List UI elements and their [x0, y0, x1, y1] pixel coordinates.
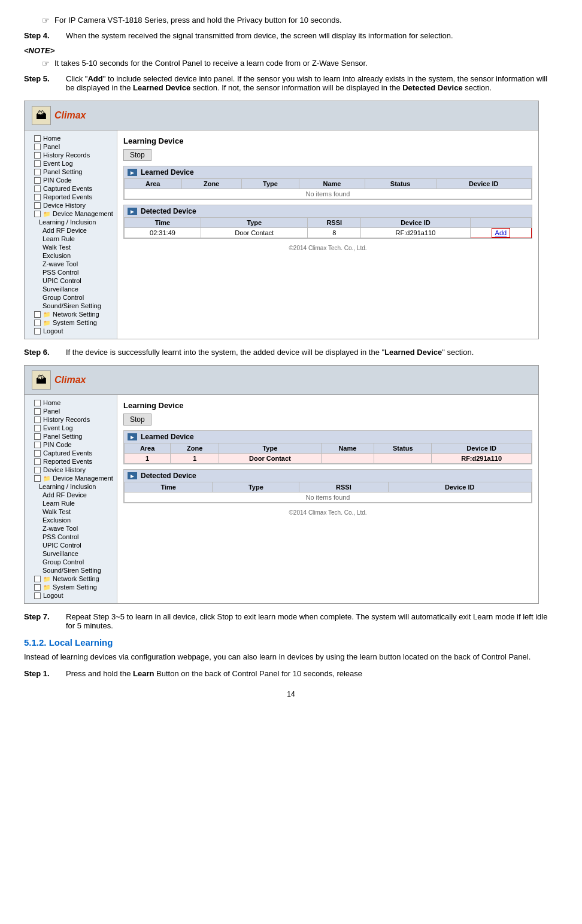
sidebar-item-10[interactable]: Learning / Inclusion — [25, 218, 117, 226]
sidebar-checkbox-8 — [34, 467, 41, 473]
sidebar-item-8[interactable]: Device History — [25, 466, 117, 474]
sidebar-checkbox-23 — [34, 592, 41, 599]
panel-screenshot-2: 🏔 Climax HomePanelHistory RecordsEvent L… — [24, 365, 539, 604]
sidebar-item-3[interactable]: Event Log — [25, 159, 117, 168]
sidebar-item-18[interactable]: Surveillance — [25, 549, 117, 558]
sidebar-item-15[interactable]: Z-wave Tool — [25, 524, 117, 533]
sidebar-checkbox-22 — [34, 320, 41, 326]
sidebar-label-6: Captured Events — [43, 449, 92, 457]
local-learning-heading: 5.1.2. Local Learning — [24, 637, 558, 648]
logo-text-1: Climax — [54, 110, 86, 121]
sidebar-label-5: PIN Code — [43, 441, 72, 448]
sidebar-item-11[interactable]: Add RF Device — [25, 491, 117, 499]
learned-device-label-2: Learned Device — [141, 433, 194, 441]
sidebar-item-11[interactable]: Add RF Device — [25, 226, 117, 235]
note-bullet-icon: ☞ — [42, 59, 50, 68]
sidebar-checkbox-4 — [34, 169, 41, 175]
sidebar-item-14[interactable]: Exclusion — [25, 251, 117, 260]
sidebar-label-12: Learn Rule — [43, 235, 75, 242]
sidebar-label-21: Network Setting — [53, 311, 99, 318]
sidebar-label-16: PSS Control — [43, 269, 79, 276]
step1-learn: Learn — [133, 669, 154, 678]
note-bullet: ☞ It takes 5-10 seconds for the Control … — [42, 59, 558, 68]
sidebar-item-4[interactable]: Panel Setting — [25, 432, 117, 440]
det-th-deviceid-1: Device ID — [361, 218, 471, 228]
sidebar-item-9[interactable]: 📁Device Management — [25, 474, 117, 482]
detected-row-1: 02:31:49 Door Contact 8 RF:d291a110 Add — [125, 228, 532, 238]
sidebar-checkbox-0 — [34, 400, 41, 406]
sidebar-item-0[interactable]: Home — [25, 134, 117, 142]
sidebar-item-19[interactable]: Group Control — [25, 558, 117, 566]
sidebar-item-0[interactable]: Home — [25, 399, 117, 407]
sidebar-item-17[interactable]: UPIC Control — [25, 541, 117, 549]
sidebar-item-2[interactable]: History Records — [25, 415, 117, 424]
det-add-cell-1: Add — [470, 228, 531, 238]
sidebar-item-7[interactable]: Reported Events — [25, 457, 117, 466]
sidebar-item-18[interactable]: Surveillance — [25, 285, 117, 293]
stop-btn-2[interactable]: Stop — [123, 414, 151, 425]
panel-body-2: HomePanelHistory RecordsEvent LogPanel S… — [25, 395, 538, 603]
sidebar-checkbox-23 — [34, 328, 41, 335]
sidebar-item-13[interactable]: Walk Test — [25, 507, 117, 516]
sidebar-item-20[interactable]: Sound/Siren Setting — [25, 566, 117, 575]
sidebar-item-6[interactable]: Captured Events — [25, 184, 117, 193]
sidebar-item-5[interactable]: PIN Code — [25, 440, 117, 449]
sidebar-item-14[interactable]: Exclusion — [25, 516, 117, 524]
stop-btn-1[interactable]: Stop — [123, 149, 151, 161]
detected-no-items-row-2: No items found — [125, 493, 532, 503]
sidebar-item-8[interactable]: Device History — [25, 201, 117, 209]
sidebar-item-16[interactable]: PSS Control — [25, 268, 117, 276]
sidebar-item-9[interactable]: 📁Device Management — [25, 209, 117, 218]
logo-icon-1: 🏔 — [32, 106, 51, 125]
sidebar-item-4[interactable]: Panel Setting — [25, 168, 117, 176]
step1-label: Step 1. — [24, 669, 66, 678]
sidebar-item-12[interactable]: Learn Rule — [25, 499, 117, 507]
sidebar-item-19[interactable]: Group Control — [25, 293, 117, 302]
arrow-icon-1: ► — [128, 169, 137, 176]
sidebar-checkbox-5 — [34, 177, 41, 184]
sidebar-checkbox-2 — [34, 417, 41, 423]
sidebar-item-6[interactable]: Captured Events — [25, 449, 117, 457]
sidebar-item-10[interactable]: Learning / Inclusion — [25, 482, 117, 491]
sidebar-item-5[interactable]: PIN Code — [25, 176, 117, 184]
sidebar-checkbox-4 — [34, 433, 41, 440]
sidebar-item-1[interactable]: Panel — [25, 142, 117, 151]
det-th-rssi-1: RSSI — [308, 218, 361, 228]
arrow-icon-2: ► — [128, 433, 137, 440]
learned-zone-2: 1 — [171, 454, 219, 464]
add-button-1[interactable]: Add — [492, 228, 511, 238]
arrow-icon-det-2: ► — [128, 472, 137, 479]
sidebar-checkbox-6 — [34, 186, 41, 192]
sidebar-item-15[interactable]: Z-wave Tool — [25, 260, 117, 268]
sidebar-item-21[interactable]: 📁Network Setting — [25, 575, 117, 583]
sidebar-item-17[interactable]: UPIC Control — [25, 276, 117, 285]
sidebar-item-23[interactable]: Logout — [25, 327, 117, 335]
sidebar-label-6: Captured Events — [43, 185, 92, 192]
sidebar-item-12[interactable]: Learn Rule — [25, 235, 117, 243]
sidebar-label-15: Z-wave Tool — [43, 525, 78, 532]
learned-deviceid-2: RF:d291a110 — [432, 454, 532, 464]
sidebar-label-16: PSS Control — [43, 533, 79, 540]
learned-device-label-1: Learned Device — [141, 168, 194, 177]
sidebar-item-20[interactable]: Sound/Siren Setting — [25, 302, 117, 310]
sidebar-label-11: Add RF Device — [43, 491, 87, 499]
sidebar-item-3[interactable]: Event Log — [25, 424, 117, 432]
learned-device-header-2: ► Learned Device — [124, 431, 532, 443]
sidebar-item-21[interactable]: 📁Network Setting — [25, 310, 117, 318]
sidebar-item-2[interactable]: History Records — [25, 151, 117, 159]
sidebar-checkbox-8 — [34, 202, 41, 209]
sidebar-item-22[interactable]: 📁System Setting — [25, 583, 117, 591]
sidebar-item-22[interactable]: 📁System Setting — [25, 318, 117, 327]
folder-icon-21: 📁 — [43, 311, 50, 318]
sidebar-label-13: Walk Test — [43, 244, 71, 251]
folder-icon-21: 📁 — [43, 576, 50, 582]
learned-th-name-2: Name — [321, 443, 374, 454]
sidebar-item-13[interactable]: Walk Test — [25, 243, 117, 251]
learned-status-2 — [374, 454, 432, 464]
sidebar-item-1[interactable]: Panel — [25, 407, 117, 415]
sidebar-item-23[interactable]: Logout — [25, 591, 117, 600]
learned-th-deviceid-1: Device ID — [436, 179, 531, 189]
sidebar-label-19: Group Control — [43, 558, 84, 566]
sidebar-item-7[interactable]: Reported Events — [25, 193, 117, 201]
sidebar-item-16[interactable]: PSS Control — [25, 533, 117, 541]
